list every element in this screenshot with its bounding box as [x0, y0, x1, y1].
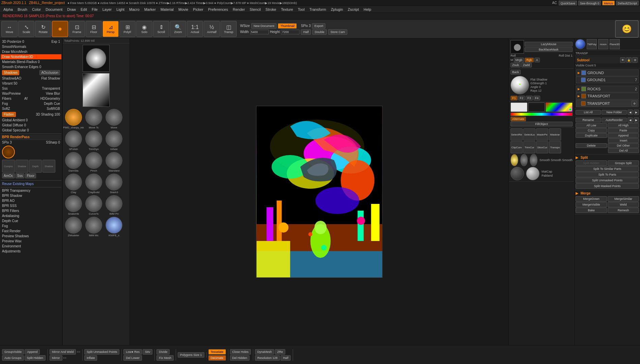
see-through-btn[interactable]: See-through 0	[578, 1, 601, 5]
merge-down-button[interactable]: MergeDown	[576, 196, 607, 202]
all-high-button[interactable]: All High	[608, 123, 639, 128]
tool-move[interactable]: ↔ Move	[1, 21, 18, 37]
f2-button[interactable]: F2	[518, 96, 525, 100]
tool-rotate[interactable]: ↻ Rotate	[35, 21, 51, 37]
tool-frame[interactable]: ⊡ Frame	[69, 21, 85, 37]
left-smooth-enhance[interactable]: Smooth Enhance Edges 0	[1, 64, 61, 69]
split-unmasked-button[interactable]: Split Unmasked Points	[576, 178, 639, 183]
menu-marker[interactable]: Marker	[142, 6, 158, 13]
half-bottom-button[interactable]: Half	[281, 355, 291, 361]
sss-button[interactable]: Sss	[16, 173, 25, 178]
amoc-button[interactable]: AmOc	[2, 173, 15, 178]
fill-object-button[interactable]: FillObject	[511, 122, 573, 126]
brush-knife[interactable]: KNIFE_s	[104, 216, 124, 238]
fix-mesh-button[interactable]: Fix Mesh	[156, 355, 174, 361]
height-input[interactable]	[281, 30, 299, 34]
delete-button[interactable]: Delete	[576, 143, 607, 148]
transport-item[interactable]: ▶ TRANSPORT	[576, 93, 639, 99]
remesh-button[interactable]: Remesh	[608, 208, 639, 213]
export-button[interactable]: Export	[312, 23, 325, 29]
bpr-thumb-compos[interactable]: Compos	[2, 160, 15, 173]
freehand-btn[interactable]: LazyMouse BackfaceMask	[525, 42, 573, 52]
tool-zoom[interactable]: 🔍 Zoom	[170, 21, 186, 37]
preview-wax[interactable]: Preview Wax	[1, 239, 61, 244]
left-draw-noisemaker[interactable]: Draw NoiseMaker3D	[1, 54, 61, 59]
bpr-thumb-shadows[interactable]: Shadow	[16, 160, 28, 173]
menu-render[interactable]: Render	[231, 6, 247, 13]
mask-rect-btn[interactable]: Maskrar	[549, 128, 561, 141]
ground-item[interactable]: ▶ GROUND	[576, 69, 639, 76]
group-visible-button[interactable]: GroupVisible	[2, 349, 24, 355]
tool-persp[interactable]: ⊿ Persp	[103, 21, 119, 37]
decimate-button[interactable]: Decimate	[208, 355, 226, 361]
split-masked-button[interactable]: Split Masked Points	[576, 183, 639, 189]
left-global-specular[interactable]: Global Specular 0	[1, 128, 61, 133]
left-vibrant[interactable]: Vibrant 50	[1, 81, 61, 86]
active-brush-preview[interactable]: ●	[52, 21, 68, 37]
clip-curve-btn[interactable]: ClipCurv	[511, 141, 523, 153]
menu-picker[interactable]: Picker	[191, 6, 205, 13]
append-bottom-button[interactable]: Append	[25, 349, 40, 355]
split-unmasked-bottom-button[interactable]: Split Unmasked Points	[84, 349, 120, 355]
tesselate-button[interactable]: Tesselate	[208, 349, 226, 355]
duplicate-button[interactable]: Duplicate	[576, 133, 607, 138]
rgb-button[interactable]: Rgb	[525, 58, 534, 62]
menu-texture[interactable]: Texture	[279, 6, 295, 13]
fog-item[interactable]: Fog	[1, 223, 61, 229]
autoreorder-button[interactable]: AutoReorder	[602, 118, 627, 122]
aocclusion-button[interactable]: AOcclusion	[39, 70, 60, 75]
left-materials-blend[interactable]: Materials Blend-Radius 0	[1, 59, 61, 64]
rocks-item[interactable]: ▶ ROCKS 2	[576, 86, 639, 92]
tool-solo[interactable]: ◉ Solo	[136, 21, 152, 37]
menu-preferences[interactable]: Preferences	[206, 6, 230, 13]
menu-layer[interactable]: Layer	[100, 6, 114, 13]
rename-button[interactable]: Rename	[576, 118, 601, 122]
split-similar-button[interactable]: Split To Similar Parts	[576, 166, 639, 172]
menu-help[interactable]: Help	[361, 6, 373, 13]
thumbnail-button[interactable]: Thumbnail	[278, 23, 297, 29]
del-all-button[interactable]: Del All	[608, 148, 639, 153]
brush-pmg-sharpy[interactable]: PMG_sharpy_ink	[63, 108, 84, 130]
rename-arrow-right[interactable]: ▶	[634, 117, 639, 123]
double-button[interactable]: Double	[312, 29, 327, 35]
all-low-button[interactable]: All Low	[576, 123, 607, 128]
brush-damsta[interactable]: DamSta	[63, 151, 84, 173]
tool-aahalf[interactable]: ½ AAHalf	[204, 21, 220, 37]
list-all-button[interactable]: List All	[576, 110, 601, 115]
back-button[interactable]: Back	[511, 70, 521, 74]
select-rect-btn[interactable]: SelectRe	[511, 128, 523, 141]
bpr-sss[interactable]: BPR SSS	[1, 203, 61, 208]
bpr-active-thumb[interactable]	[2, 146, 15, 158]
adjustments[interactable]: Adjustments	[1, 249, 61, 254]
subtool-gear-btn[interactable]: ⚙	[632, 57, 638, 63]
menu-zplugin[interactable]: Zplugin	[329, 6, 345, 13]
transport2-item[interactable]: TRANSPORT ⚙	[576, 100, 639, 107]
insert-button[interactable]: Insert	[608, 138, 639, 143]
brush-imm-pri[interactable]: IMM Pri	[104, 194, 124, 216]
brush-zmodeler[interactable]: ZModeler	[63, 216, 84, 238]
merge-similar-button[interactable]: MergeSimilar	[608, 196, 639, 202]
lazy-mouse-button[interactable]: LazyMouse	[525, 42, 573, 47]
folder-arrow-right[interactable]: ▶	[634, 110, 639, 115]
bpr-ao[interactable]: BPR AO	[1, 198, 61, 203]
left-global-ambient[interactable]: Global Ambient 0	[1, 118, 61, 123]
bake-button[interactable]: Bake	[576, 208, 607, 213]
divide-button[interactable]: Divide	[156, 349, 170, 355]
zadd-button[interactable]: Zadd	[521, 63, 532, 67]
color-picker-gradient[interactable]	[546, 102, 573, 112]
ground1-item[interactable]: GROUND1 7	[576, 77, 639, 83]
tmpolyf-shape[interactable]: TMPoly	[587, 39, 597, 49]
half-button[interactable]: Half	[301, 29, 311, 35]
mirror-button[interactable]: Mirror	[50, 355, 62, 361]
antialiasing[interactable]: Antialiasing	[1, 213, 61, 218]
menu-movie[interactable]: Movie	[176, 6, 190, 13]
left-global-diffuse[interactable]: Global Diffuse 0	[1, 123, 61, 128]
brush-snakehk[interactable]: SnakeHk	[63, 194, 84, 216]
menu-tool[interactable]: Tool	[296, 6, 307, 13]
bpr-filters[interactable]: BPR Filters	[1, 208, 61, 213]
flatten-button[interactable]: Flatten	[2, 112, 16, 117]
smooth3-btn[interactable]	[530, 154, 537, 166]
mrgb-button[interactable]: Mrgb	[514, 58, 524, 62]
f1-button[interactable]: F1	[511, 96, 518, 100]
menu-stroke[interactable]: Stroke	[263, 6, 278, 13]
